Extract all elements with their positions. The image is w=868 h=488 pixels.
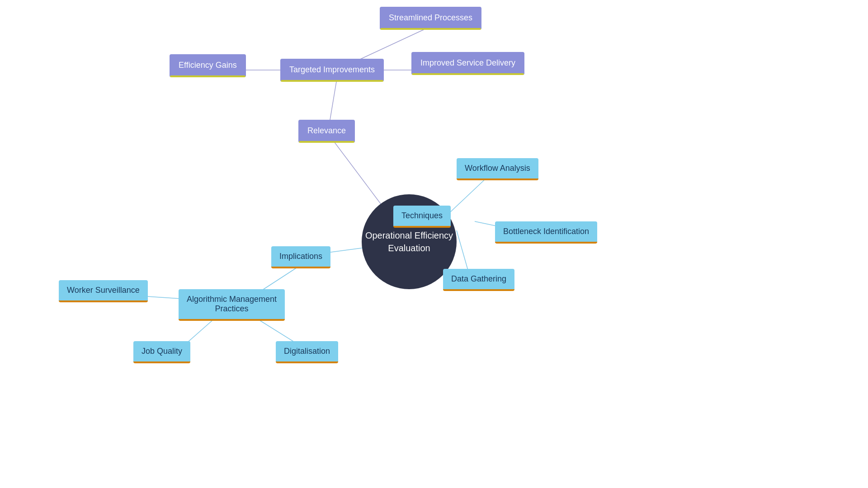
efficiency-gains-label: Efficiency Gains [179,61,237,70]
improved-service-node[interactable]: Improved Service Delivery [411,52,524,75]
bottleneck-node[interactable]: Bottleneck Identification [495,221,597,244]
techniques-node[interactable]: Techniques [393,206,451,228]
streamlined-processes-label: Streamlined Processes [389,13,472,22]
digitalisation-label: Digitalisation [284,347,330,356]
algorithmic-label: Algorithmic ManagementPractices [187,295,277,313]
improved-service-label: Improved Service Delivery [420,58,515,67]
implications-label: Implications [279,252,322,261]
worker-surveillance-node[interactable]: Worker Surveillance [59,280,148,302]
targeted-improvements-label: Targeted Improvements [289,65,375,74]
workflow-analysis-node[interactable]: Workflow Analysis [457,158,538,180]
svg-line-6 [448,176,488,215]
worker-surveillance-label: Worker Surveillance [67,286,140,295]
relevance-node[interactable]: Relevance [298,120,355,143]
data-gathering-label: Data Gathering [451,274,506,283]
techniques-label: Techniques [401,211,443,220]
bottleneck-label: Bottleneck Identification [503,227,589,236]
job-quality-label: Job Quality [142,347,182,356]
algorithmic-node[interactable]: Algorithmic ManagementPractices [179,289,285,321]
center-label: Operational EfficiencyEvaluation [365,229,453,254]
streamlined-processes-node[interactable]: Streamlined Processes [380,7,481,30]
workflow-analysis-label: Workflow Analysis [465,164,530,173]
efficiency-gains-node[interactable]: Efficiency Gains [170,54,246,77]
data-gathering-node[interactable]: Data Gathering [443,269,514,291]
digitalisation-node[interactable]: Digitalisation [276,341,338,363]
job-quality-node[interactable]: Job Quality [133,341,190,363]
relevance-label: Relevance [307,126,346,135]
targeted-improvements-node[interactable]: Targeted Improvements [280,59,384,82]
implications-node[interactable]: Implications [271,246,330,268]
